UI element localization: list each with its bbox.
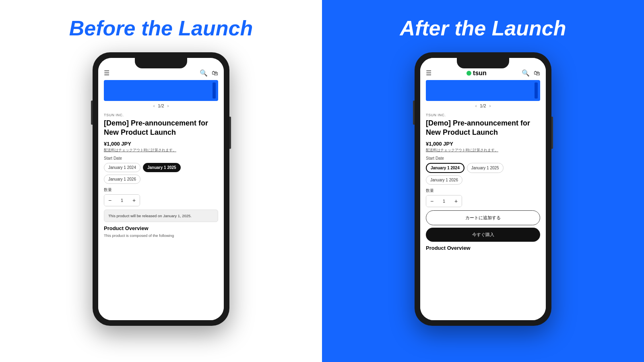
after-nav-logo: tsun [466, 70, 487, 77]
after-panel: After the Launch ☰ tsun 🔍 🛍 [322, 0, 644, 362]
before-banner [104, 80, 218, 101]
before-price: ¥1,000 JPY [104, 141, 218, 147]
date-btn-jan2026-left[interactable]: January 1 2026 [104, 175, 140, 184]
date-btn-jan2026-right[interactable]: January 1 2026 [426, 175, 462, 185]
before-start-date-label: Start Date [104, 156, 218, 160]
after-nav-right: 🔍 🛍 [522, 69, 540, 77]
prev-arrow-right[interactable]: ‹ [475, 104, 477, 108]
logo-text: tsun [473, 70, 487, 77]
cart-icon-left[interactable]: 🛍 [212, 70, 218, 77]
after-overview-title: Product Overview [426, 245, 540, 251]
search-icon-left[interactable]: 🔍 [200, 69, 208, 77]
next-arrow-right[interactable]: › [489, 104, 491, 108]
after-title: After the Launch [400, 16, 566, 40]
after-banner [426, 80, 540, 101]
before-qty-control: − 1 + [104, 194, 140, 206]
before-screen: ☰ 🔍 🛍 ‹ 1/2 › [98, 58, 224, 320]
before-qty-label: 数量 [104, 187, 218, 193]
before-brand: TSUN INC. [104, 113, 218, 117]
before-phone: ☰ 🔍 🛍 ‹ 1/2 › [93, 52, 229, 326]
next-arrow-left[interactable]: › [167, 104, 169, 108]
before-overview-title: Product Overview [104, 225, 218, 231]
after-date-options: January 1 2024 January 1 2025 January 1 … [426, 163, 540, 185]
date-btn-jan2024-left[interactable]: January 1 2024 [104, 163, 140, 172]
after-price: ¥1,000 JPY [426, 141, 540, 147]
phone-notch-left [135, 58, 187, 68]
date-btn-jan2025-right[interactable]: January 1 2025 [467, 163, 504, 173]
after-pagination: ‹ 1/2 › [420, 101, 546, 111]
after-start-date-label: Start Date [426, 156, 540, 160]
before-product-content: TSUN INC. [Demo] Pre-announcement for Ne… [98, 111, 224, 320]
before-shipping: 配送料はチェックアウト時に計算されます。 [104, 148, 218, 153]
before-product-title: [Demo] Pre-announcement for New Product … [104, 119, 218, 138]
prev-arrow-left[interactable]: ‹ [153, 104, 155, 108]
menu-icon-right[interactable]: ☰ [426, 69, 431, 77]
before-title: Before the Launch [69, 16, 253, 40]
after-qty-control: − 1 + [426, 195, 462, 207]
buy-now-button[interactable]: 今すぐ購入 [426, 228, 540, 242]
after-screen: ☰ tsun 🔍 🛍 ‹ 1/2 [420, 58, 546, 320]
before-nav-right: 🔍 🛍 [200, 69, 218, 77]
qty-value-right: 1 [438, 199, 450, 204]
cart-icon-right[interactable]: 🛍 [534, 70, 540, 77]
after-shipping: 配送料はチェックアウト時に計算されます。 [426, 148, 540, 153]
after-product-title: [Demo] Pre-announcement for New Product … [426, 119, 540, 138]
page-indicator-left: 1/2 [158, 103, 164, 108]
add-cart-button[interactable]: カートに追加する [426, 210, 540, 225]
after-qty-label: 数量 [426, 188, 540, 193]
qty-minus-left[interactable]: − [104, 195, 116, 206]
before-date-options: January 1 2024 January 1 2025 January 1 … [104, 163, 218, 184]
before-panel: Before the Launch ☰ 🔍 🛍 [0, 0, 322, 362]
before-phone-screen: ☰ 🔍 🛍 ‹ 1/2 › [98, 58, 224, 320]
qty-plus-left[interactable]: + [128, 195, 140, 206]
qty-plus-right[interactable]: + [450, 195, 462, 207]
date-btn-jan2024-right[interactable]: January 1 2024 [426, 163, 464, 173]
search-icon-right[interactable]: 🔍 [522, 69, 530, 77]
before-pagination: ‹ 1/2 › [98, 101, 224, 111]
phone-notch-right [457, 58, 509, 68]
before-overview-text: This product is composed of the followin… [104, 233, 218, 238]
logo-dot [466, 71, 471, 76]
after-brand: TSUN INC. [426, 113, 540, 117]
menu-icon[interactable]: ☰ [104, 69, 109, 77]
after-product-content: TSUN INC. [Demo] Pre-announcement for Ne… [420, 111, 546, 320]
date-btn-jan2025-left[interactable]: January 1 2025 [143, 163, 181, 172]
banner-tab-left [213, 82, 216, 99]
after-phone-screen: ☰ tsun 🔍 🛍 ‹ 1/2 [420, 58, 546, 320]
before-notice-box: This product will be released on January… [104, 210, 218, 222]
qty-minus-right[interactable]: − [426, 195, 438, 207]
before-notice-text: This product will be released on January… [108, 214, 192, 218]
after-phone: ☰ tsun 🔍 🛍 ‹ 1/2 [415, 52, 551, 326]
qty-value-left: 1 [116, 198, 128, 203]
page-indicator-right: 1/2 [480, 103, 486, 108]
banner-tab-right [535, 82, 538, 99]
